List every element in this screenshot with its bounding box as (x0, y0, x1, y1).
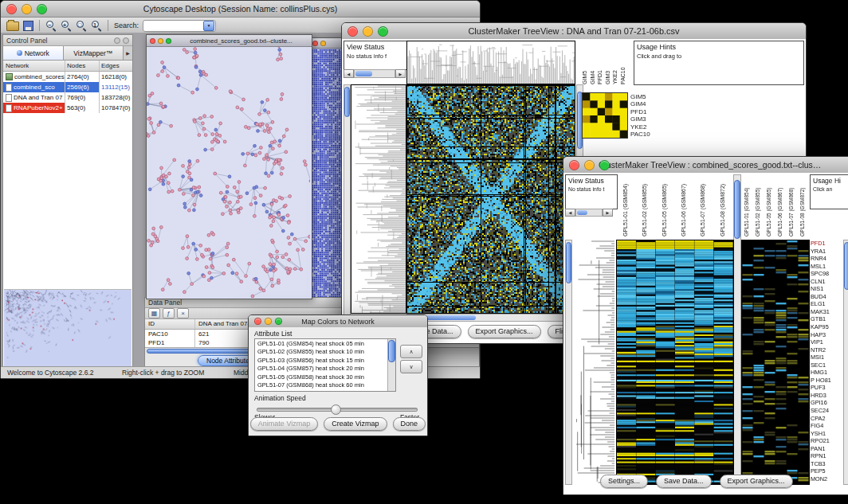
treeview-dna-titlebar[interactable]: ClusterMaker TreeView : DNA and Tran 07-… (342, 23, 806, 40)
close-icon[interactable] (6, 4, 17, 14)
gene-column-label[interactable]: YKE2 (611, 41, 619, 84)
treeview-button[interactable]: Save Data... (656, 475, 712, 488)
scrollbar-thumb[interactable] (844, 242, 848, 290)
col-network[interactable]: Network (3, 61, 65, 71)
gene-label[interactable]: P HO81 (811, 377, 841, 385)
minimize-icon[interactable] (22, 4, 32, 14)
network-frame-titlebar[interactable]: combined_scores_good.txt--cluste... (147, 35, 312, 47)
array-column-label[interactable]: GPL51-06 (GSM867) (674, 174, 693, 236)
minimize-icon[interactable] (265, 318, 272, 325)
dialog-titlebar[interactable]: Map Colors to Network (249, 315, 427, 328)
gene-label[interactable]: YSH1 (811, 430, 841, 438)
gene-label[interactable]: HRD3 (811, 392, 841, 400)
zoom-window-icon[interactable] (275, 318, 282, 325)
gene-label[interactable]: MSI1 (811, 354, 841, 361)
scrollbar-thumb[interactable] (577, 210, 587, 215)
done-button[interactable]: Done (393, 417, 426, 431)
array-column-label[interactable]: GPL51-07 (GSM868) (786, 174, 797, 236)
gene-label[interactable]: VIP1 (811, 338, 841, 346)
secondary-heatmap[interactable] (741, 240, 810, 485)
attribute-item[interactable]: GPL51-04 (GSM857) heat shock 20 min (255, 365, 387, 373)
select-attributes-icon[interactable]: ▦ (148, 308, 160, 318)
gene-label[interactable]: PFD1 (811, 240, 841, 248)
network-list-item[interactable]: combined_scores 2764(0) 16218(0) (3, 72, 132, 82)
search-dropdown-icon[interactable]: ▼ (203, 21, 214, 31)
gene-label[interactable]: RPN1 (811, 452, 841, 460)
open-file-icon[interactable] (6, 21, 19, 31)
close-panel-icon[interactable] (123, 37, 129, 44)
network-list-item[interactable]: DNA and Tran 07 769(0) 183728(0) (3, 92, 132, 103)
close-icon[interactable] (569, 160, 579, 170)
tab-overflow-icon[interactable]: ▶ (124, 46, 132, 60)
gene-column-label[interactable]: PAC10 (619, 41, 627, 84)
maximize-icon[interactable] (166, 38, 171, 44)
array-column-label[interactable]: GPL51-01 (GSM854) (616, 174, 635, 236)
zoom-fit-icon[interactable]: □ (76, 20, 87, 31)
minimize-icon[interactable] (363, 26, 373, 37)
selected-genes-matrix[interactable] (582, 92, 628, 139)
search-input[interactable]: ▼ (143, 20, 216, 32)
attribute-item[interactable]: GPL51-07 (GSM868) heat shock 60 min (255, 381, 387, 389)
gene-label[interactable]: MON2 (811, 475, 841, 483)
minimize-icon[interactable] (158, 38, 163, 44)
gene-label[interactable]: RPO21 (811, 437, 841, 445)
close-icon[interactable] (347, 26, 358, 37)
gene-label[interactable]: GPI16 (811, 399, 841, 407)
gene-label[interactable]: YRA1 (811, 248, 841, 256)
array-column-label[interactable]: GPL51-05 (GSM865) (764, 174, 775, 236)
gene-label[interactable]: PEP5 (811, 467, 841, 475)
zoom-out-icon[interactable]: − (45, 20, 57, 31)
array-column-label[interactable]: GPL51-08 (GSM872) (713, 174, 732, 236)
gene-row-label[interactable]: GIM4 (630, 100, 650, 107)
list-vscrollbar[interactable] (387, 339, 395, 391)
heatmap-canvas[interactable] (406, 84, 575, 314)
gene-label[interactable]: NTR2 (811, 346, 841, 354)
col-edges[interactable]: Edges (100, 61, 132, 71)
gene-label[interactable]: KAP95 (811, 323, 841, 331)
gene-column-label[interactable]: GIM3 (604, 41, 612, 84)
gene-label[interactable]: SPC98 (811, 270, 841, 278)
scroll-left-icon[interactable]: ◀ (344, 69, 354, 78)
col-id[interactable]: ID (145, 319, 195, 329)
function-builder-icon[interactable]: ƒ (163, 308, 175, 318)
array-column-label[interactable]: GPL51-08 (GSM872) (797, 174, 808, 236)
move-up-button[interactable]: ∧ (400, 345, 422, 358)
save-icon[interactable] (23, 21, 33, 31)
gene-label[interactable]: PAN1 (811, 445, 841, 453)
gene-label[interactable]: ELG1 (811, 300, 841, 308)
scrollbar-thumb[interactable] (388, 340, 395, 362)
gene-label[interactable]: BUD4 (811, 293, 841, 301)
attribute-item[interactable]: GPL51-03 (GSM856) heat shock 15 min (255, 357, 387, 365)
scrollbar-thumb[interactable] (355, 71, 372, 76)
delete-attribute-icon[interactable]: × (177, 308, 189, 318)
network-list-item-alert[interactable]: RNAPuberNov2+ 563(0) 107847(0) (3, 103, 132, 113)
float-panel-icon[interactable] (114, 37, 120, 44)
minimize-icon[interactable] (320, 41, 326, 46)
scroll-right-icon[interactable]: ▶ (395, 69, 406, 78)
gene-column-label[interactable]: PFD1 (596, 41, 604, 84)
gene-label[interactable]: FIG4 (811, 422, 841, 430)
dendrogram-hscrollbar[interactable]: ◀ ▶ (344, 69, 406, 78)
gene-label[interactable]: TCB3 (811, 460, 841, 468)
gene-row-label[interactable]: PAC10 (630, 131, 650, 138)
zoom-selected-icon[interactable]: 1 (91, 20, 102, 31)
slider-thumb[interactable] (331, 404, 341, 415)
main-titlebar[interactable]: Cytoscape Desktop (Session Name: collins… (1, 1, 480, 18)
scroll-left-icon[interactable]: ◀ (565, 209, 575, 217)
tab-network[interactable]: Network (3, 46, 64, 60)
zoom-window-icon[interactable] (37, 4, 47, 14)
gene-label[interactable]: MAK31 (811, 308, 841, 316)
minimize-icon[interactable] (584, 160, 595, 170)
gene-label[interactable]: PUF3 (811, 384, 841, 392)
left-vscrollbar[interactable] (565, 240, 572, 485)
gene-column-label[interactable]: GIM5 (581, 41, 589, 84)
dendrogram-hscrollbar[interactable]: ◀ ▶ (565, 209, 613, 217)
array-column-label[interactable]: GPL51-02 (GSM855) (635, 174, 654, 236)
gene-label[interactable]: GTB1 (811, 315, 841, 323)
scrollbar-thumb[interactable] (344, 87, 350, 117)
expression-heatmap[interactable] (616, 240, 734, 485)
gene-column-label[interactable]: GIM4 (589, 41, 597, 84)
treeview-combined-titlebar[interactable]: ClusterMaker TreeView : combined_scores_… (563, 157, 848, 174)
attribute-item[interactable]: GPL51-05 (GSM858) heat shock 30 min (255, 373, 387, 381)
treeview-button[interactable]: Export Graphics... (468, 325, 541, 338)
